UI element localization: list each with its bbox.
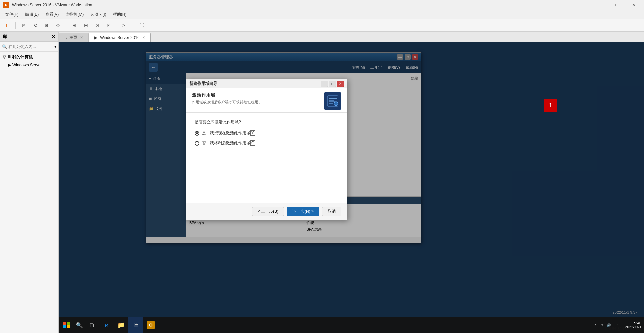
- notification-badge: 1: [544, 99, 557, 112]
- view-btn-2[interactable]: ⊟: [81, 21, 91, 30]
- svg-text:!: !: [336, 102, 337, 106]
- taskbar-clock[interactable]: 9:46 2022/11/1: [622, 321, 644, 329]
- taskbar-app1[interactable]: 🖥: [128, 317, 143, 333]
- radio-option-yes[interactable]: 是，我想现在激活此作用域Y: [195, 130, 339, 136]
- view-btn-4[interactable]: ⊡: [104, 21, 113, 30]
- tab-home-close[interactable]: ✕: [80, 36, 83, 39]
- radio-btn-yes[interactable]: [195, 131, 199, 136]
- clock-date: 2022/11/1: [625, 325, 641, 329]
- vmware-titlebar: ▶ Windows Server 2016 - VMware Workstati…: [0, 0, 644, 10]
- back-button[interactable]: < 上一步(B): [252, 207, 284, 216]
- svg-rect-4: [329, 103, 333, 104]
- vmware-title-text: Windows Server 2016 - VMware Workstation: [12, 3, 592, 7]
- window-controls: — □ ✕: [592, 0, 641, 10]
- vm-icon: ▶: [8, 63, 11, 67]
- tray-show-hidden[interactable]: ∧: [593, 323, 598, 328]
- vmware-logo: ▶: [3, 2, 9, 8]
- dialog-maximize[interactable]: □: [329, 81, 336, 87]
- maximize-button[interactable]: □: [609, 0, 625, 10]
- svg-rect-1: [329, 98, 337, 99]
- clock-time: 9:46: [634, 321, 641, 325]
- tab-vm-label: Windows Server 2016: [100, 35, 139, 40]
- collapse-icon: ▽: [3, 55, 6, 59]
- dialog-overlay: 新建作用域向导 — □ ✕ 激活作用域 作用域或激活后客户端才可获得地址租用。: [59, 42, 644, 333]
- tray-language[interactable]: 中: [613, 322, 620, 328]
- tree-item-windows-server[interactable]: ▶ Windows Serve: [0, 61, 58, 69]
- dropdown-icon[interactable]: ▾: [54, 44, 56, 49]
- taskbar-task-view[interactable]: ⧉: [84, 317, 99, 333]
- vm-tab-icon: ▶: [94, 35, 97, 40]
- win-server-screen: 服务器管理器 — □ ✕ ← 管理(M) 工具(T) 视图(V) 帮助(H): [59, 42, 644, 333]
- tab-bar: ⌂ 主页 ✕ ▶ Windows Server 2016 ✕: [59, 32, 644, 42]
- taskbar-app2[interactable]: ⚙: [143, 317, 158, 333]
- tray-network[interactable]: □: [599, 323, 604, 328]
- dialog-footer: < 上一步(B) 下一步(N) > 取消: [186, 203, 347, 220]
- dialog-section-title: 激活作用域: [192, 92, 320, 98]
- taskbar-explorer[interactable]: 📁: [114, 317, 128, 333]
- dialog-minimize[interactable]: —: [321, 81, 328, 87]
- radio-label-no: 否，我将稍后激活此作用域O: [202, 140, 255, 146]
- sidebar-title: 库: [3, 34, 7, 40]
- svg-rect-7: [63, 322, 66, 325]
- dialog-icon: !: [324, 92, 341, 110]
- radio-option-no[interactable]: 否，我将稍后激活此作用域O: [195, 140, 339, 146]
- cancel-button[interactable]: 取消: [322, 207, 341, 216]
- menu-view[interactable]: 查看(V): [43, 11, 61, 18]
- tree-item-my-computer[interactable]: ▽ 🖥 我的计算机: [0, 53, 58, 61]
- vm-display-area[interactable]: 服务器管理器 — □ ✕ ← 管理(M) 工具(T) 视图(V) 帮助(H): [59, 42, 644, 333]
- radio-group: 是，我想现在激活此作用域Y 否，我将稍后激活此作用域O: [195, 130, 339, 146]
- toolbar-separator-3: [117, 22, 117, 29]
- close-button[interactable]: ✕: [626, 0, 641, 10]
- dialog-close[interactable]: ✕: [337, 81, 344, 87]
- dialog-question: 是否要立即激活此作用域?: [195, 119, 339, 125]
- svg-rect-2: [329, 100, 334, 101]
- dialog-body: 是否要立即激活此作用域? 是，我想现在激活此作用域Y 否，我将稍后激活此作用域O: [186, 113, 347, 203]
- tab-windows-server[interactable]: ▶ Windows Server 2016 ✕: [89, 33, 150, 42]
- sidebar-close-icon[interactable]: ✕: [52, 34, 56, 39]
- sidebar-search-bar[interactable]: 🔍 ▾: [0, 42, 58, 52]
- search-input[interactable]: [8, 44, 53, 49]
- domain-wizard-dialog: 新建作用域向导 — □ ✕ 激活作用域 作用域或激活后客户端才可获得地址租用。: [186, 79, 347, 220]
- power-button[interactable]: ⎘: [19, 21, 29, 30]
- tab-home[interactable]: ⌂ 主页 ✕: [59, 33, 89, 42]
- toolbar-separator-4: [133, 22, 133, 29]
- taskbar-search-button[interactable]: 🔍: [75, 317, 84, 333]
- menu-file[interactable]: 文件(F): [3, 11, 21, 18]
- menu-edit[interactable]: 编辑(E): [22, 11, 41, 18]
- radio-label-yes: 是，我想现在激活此作用域Y: [202, 130, 255, 136]
- tab-vm-close[interactable]: ✕: [142, 36, 145, 39]
- search-icon: 🔍: [2, 44, 7, 49]
- dialog-section-subtitle: 作用域或激活后客户端才可获得地址租用。: [192, 100, 320, 105]
- view-btn-1[interactable]: ⊞: [70, 21, 79, 30]
- terminal-button[interactable]: >_: [120, 21, 130, 30]
- home-icon: ⌂: [64, 35, 67, 40]
- toolbar: ⏸ ⎘ ⟲ ⊕ ⊘ ⊞ ⊟ ⊠ ⊡ >_ ⛶: [0, 19, 644, 32]
- windows-taskbar: 🔍 ⧉ ℯ 📁 🖥 ⚙ ∧ □ 🔊 中 9:46 2022/11/1: [59, 317, 644, 333]
- svg-rect-10: [67, 325, 70, 328]
- next-button[interactable]: 下一步(N) >: [287, 207, 319, 216]
- view-btn-3[interactable]: ⊠: [93, 21, 102, 30]
- dialog-header-text: 激活作用域 作用域或激活后客户端才可获得地址租用。: [192, 92, 320, 105]
- toolbar-separator-2: [66, 22, 66, 29]
- snapshot-button[interactable]: ⟲: [31, 21, 40, 30]
- taskbar-ie[interactable]: ℯ: [99, 317, 114, 333]
- start-button[interactable]: [59, 317, 75, 333]
- pause-button[interactable]: ⏸: [3, 21, 12, 30]
- revert-button[interactable]: ⊕: [42, 21, 51, 30]
- menu-vm[interactable]: 虚拟机(M): [63, 11, 86, 18]
- sidebar-tree: ▽ 🖥 我的计算机 ▶ Windows Serve: [0, 52, 58, 70]
- display-button[interactable]: ⛶: [137, 21, 146, 30]
- taskbar-tray: ∧ □ 🔊 中: [590, 322, 622, 328]
- tray-volume[interactable]: 🔊: [605, 323, 612, 328]
- radio-btn-no[interactable]: [195, 141, 199, 146]
- toolbar-separator-1: [15, 22, 16, 29]
- tab-home-label: 主页: [69, 35, 77, 40]
- menu-tab[interactable]: 选项卡(I): [88, 11, 109, 18]
- minimize-button[interactable]: —: [592, 0, 608, 10]
- svg-rect-8: [67, 322, 70, 325]
- dialog-controls: — □ ✕: [321, 81, 344, 87]
- dialog-titlebar: 新建作用域向导 — □ ✕: [186, 79, 347, 88]
- svg-rect-9: [63, 325, 66, 328]
- menu-help[interactable]: 帮助(H): [110, 11, 129, 18]
- restore-button[interactable]: ⊘: [53, 21, 63, 30]
